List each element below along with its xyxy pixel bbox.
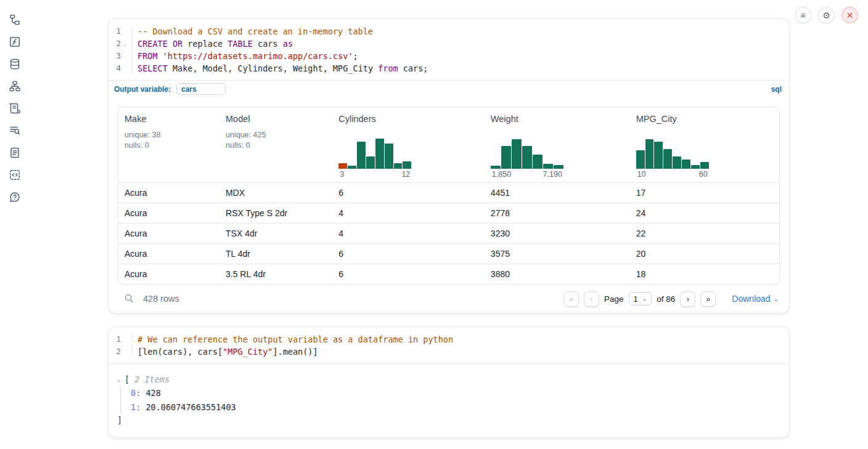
tree-entry-key: 1: — [131, 402, 141, 412]
scroll-icon[interactable] — [9, 102, 21, 115]
column-header: Cylinders312 — [332, 107, 485, 182]
column-header: MPG_City1060 — [630, 107, 779, 182]
line-number: 2 — [108, 346, 121, 358]
output-variable-row: Output variable: sql — [108, 80, 789, 98]
output-variable-input[interactable] — [176, 83, 226, 95]
table-cell: Acura — [118, 188, 219, 198]
shutdown-button[interactable]: ✕ — [841, 7, 858, 23]
column-header: Makeunique: 38nulls: 0 — [118, 107, 219, 182]
code-line[interactable]: 1-- Download a CSV and create an in-memo… — [108, 25, 789, 38]
sql-cell: 1-- Download a CSV and create an in-memo… — [108, 18, 790, 313]
table-row[interactable]: AcuraTL 4dr6357520 — [118, 243, 779, 264]
table-cell: 17 — [630, 188, 779, 198]
histogram-axis-labels: 312 — [338, 169, 411, 179]
chevron-down-icon: ⌄ — [642, 296, 647, 302]
document-icon[interactable] — [9, 147, 21, 159]
table-cell: 4 — [332, 208, 485, 218]
column-name[interactable]: MPG_City — [636, 114, 773, 124]
code-line[interactable]: 3FROM 'https://datasets.marimo.app/cars.… — [108, 50, 789, 62]
menu-button[interactable]: ≡ — [795, 7, 811, 23]
sidebar-panel-icons — [0, 0, 30, 449]
function-icon[interactable] — [9, 36, 21, 48]
table-row[interactable]: AcuraMDX6445117 — [118, 182, 779, 203]
column-header: Modelunique: 425nulls: 0 — [219, 107, 332, 182]
code-line[interactable]: 2⌄CREATE OR replace TABLE cars as — [108, 38, 789, 50]
table-cell: TL 4dr — [219, 249, 332, 259]
table-row[interactable]: AcuraRSX Type S 2dr4277824 — [118, 203, 779, 223]
histogram-bar — [543, 164, 553, 169]
table-cell: TSX 4dr — [219, 229, 332, 238]
prev-page-button[interactable]: ‹ — [584, 291, 599, 307]
file-tree-icon[interactable] — [9, 14, 21, 26]
histogram-weight[interactable] — [491, 137, 563, 169]
table-cell: 3880 — [485, 269, 630, 279]
code-line[interactable]: 2[len(cars), cars["MPG_City"].mean()] — [108, 346, 789, 358]
download-button[interactable]: Download ⌄ — [732, 294, 779, 304]
histogram-cylinders[interactable] — [338, 137, 411, 169]
code-snippet-icon[interactable] — [9, 169, 21, 181]
last-page-button[interactable]: » — [700, 291, 716, 307]
close-bracket: ] — [117, 415, 780, 425]
hamburger-icon: ≡ — [800, 11, 805, 20]
histogram-bar — [700, 162, 709, 169]
table-cell: 3575 — [485, 249, 630, 259]
search-list-icon[interactable] — [9, 124, 21, 137]
dependency-graph-icon[interactable] — [9, 80, 21, 92]
code-line[interactable]: 4SELECT Make, Model, Cylinders, Weight, … — [108, 62, 789, 75]
tree-entry: 0: 428 — [131, 386, 780, 400]
histogram-mpg_city[interactable] — [636, 137, 709, 169]
page-select[interactable]: 1 ⌄ — [629, 292, 652, 305]
first-page-button[interactable]: « — [563, 291, 579, 307]
line-number: 3 — [108, 50, 121, 62]
histogram-bar — [533, 155, 542, 169]
line-number: 2 — [108, 38, 121, 50]
help-icon[interactable] — [9, 191, 21, 203]
line-number: 1 — [108, 333, 121, 346]
line-number: 1 — [108, 25, 121, 38]
column-name[interactable]: Make — [125, 114, 213, 124]
histogram-bar — [366, 156, 375, 169]
collapse-chevron-icon[interactable]: ⌄ — [117, 376, 125, 382]
table-cell: Acura — [118, 269, 219, 279]
tree-entry-value: 428 — [141, 388, 161, 398]
data-table: Makeunique: 38nulls: 0Modelunique: 425nu… — [118, 107, 780, 285]
database-icon[interactable] — [9, 58, 21, 70]
histogram-axis-labels: 1060 — [636, 169, 709, 179]
table-row[interactable]: AcuraTSX 4dr4323022 — [118, 223, 779, 243]
language-badge[interactable]: sql — [771, 85, 782, 94]
table-cell: Acura — [118, 208, 219, 218]
table-cell: 20 — [630, 249, 779, 259]
open-bracket: [ — [125, 374, 129, 384]
code-line[interactable]: 1# We can reference the output variable … — [108, 333, 789, 346]
python-code-editor[interactable]: 1# We can reference the output variable … — [108, 327, 789, 363]
column-name[interactable]: Model — [226, 114, 326, 124]
double-chevron-right-icon: » — [706, 294, 710, 304]
histogram-bar — [357, 142, 366, 169]
histogram-bar — [663, 149, 672, 169]
column-name[interactable]: Cylinders — [338, 114, 478, 124]
histogram-bar — [394, 163, 403, 169]
column-name[interactable]: Weight — [491, 114, 624, 124]
table-cell: 4 — [332, 229, 485, 238]
sql-code-editor[interactable]: 1-- Download a CSV and create an in-memo… — [108, 19, 789, 80]
items-count-label: 2 Items — [134, 374, 170, 384]
next-page-button[interactable]: › — [680, 291, 695, 307]
table-cell: 24 — [630, 208, 779, 218]
settings-button[interactable]: ⚙ — [818, 7, 835, 23]
histogram-bar — [403, 161, 411, 169]
histogram-axis-labels: 1,8507,190 — [491, 169, 563, 179]
table-cell: 3.5 RL 4dr — [219, 269, 332, 279]
table-row[interactable]: Acura3.5 RL 4dr6388018 — [118, 264, 779, 284]
histogram-bar — [654, 142, 663, 169]
search-icon[interactable] — [124, 293, 135, 304]
table-cell: 6 — [332, 188, 485, 198]
chevron-right-icon: › — [687, 294, 689, 304]
table-cell: Acura — [118, 229, 219, 238]
table-cell: RSX Type S 2dr — [219, 208, 332, 218]
row-count: 428 rows — [143, 294, 179, 304]
top-right-actions: ≡ ⚙ ✕ — [795, 7, 858, 23]
table-cell: 6 — [332, 269, 485, 279]
page-total: of 86 — [657, 294, 675, 304]
fold-chevron-icon[interactable]: ⌄ — [121, 38, 129, 50]
close-icon: ✕ — [846, 11, 854, 20]
